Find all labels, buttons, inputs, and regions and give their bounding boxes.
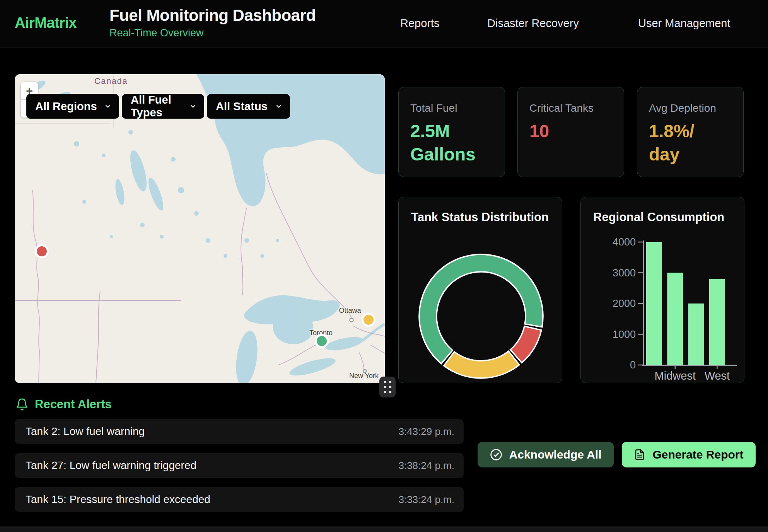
stat-card-critical-tanks: Critical Tanks 10 [517,87,624,177]
recent-alerts-heading: Recent Alerts [15,397,112,411]
map-marker-normal[interactable] [316,335,328,347]
filter-regions-select[interactable]: All Regions [26,94,119,119]
filter-regions-label: All Regions [35,100,97,113]
svg-text:4000: 4000 [613,236,636,248]
filter-status-select[interactable]: All Status [207,94,290,119]
stat-value: 2.5MGallons [410,120,493,166]
bell-icon [15,398,29,411]
nav-reports[interactable]: Reports [400,17,440,30]
map[interactable]: Canada Ottawa Toronto New York + − All R… [15,74,385,383]
stat-label: Total Fuel [410,102,493,114]
bar-region-1 [667,273,683,365]
alert-message: Tank 27: Low fuel warning triggered [26,459,196,472]
alert-timestamp: 3:43:29 p.m. [398,426,454,438]
donut-segment-critical [510,326,541,363]
alert-timestamp: 3:38:24 p.m. [398,460,454,472]
tank-status-donut-chart [399,197,563,384]
bar-region-0 [646,242,662,365]
map-city-dot-new-york [363,370,366,373]
svg-text:Midwest: Midwest [655,370,696,382]
map-marker-critical[interactable] [36,246,48,257]
alert-row[interactable]: Tank 27: Low fuel warning triggered 3:38… [15,453,464,478]
alert-message: Tank 2: Low fuel warning [26,425,145,438]
filter-status-label: All Status [216,100,268,113]
alert-message: Tank 15: Pressure threshold exceeded [26,493,210,506]
stat-value: 10 [529,120,612,143]
acknowledge-all-label: Acknowledge All [509,448,602,461]
stat-label: Critical Tanks [529,102,612,114]
regional-consumption-card: Regional Consumption 01000200030004000Mi… [580,197,744,383]
header: AirMatrix Fuel Monitoring Dashboard Real… [0,0,768,48]
page-bottom-bar [0,527,768,532]
alert-row[interactable]: Tank 2: Low fuel warning 3:43:29 p.m. [15,419,464,444]
svg-text:2000: 2000 [613,298,636,309]
stat-card-avg-depletion: Avg Depletion 1.8%/day [637,87,744,177]
generate-report-button[interactable]: Generate Report [622,442,756,467]
alert-timestamp: 3:33:24 p.m. [398,494,454,506]
svg-text:3000: 3000 [613,267,636,279]
filter-fuel-types-label: All Fuel Types [131,94,184,119]
app-logo: AirMatrix [15,15,77,31]
map-filters: All Regions All Fuel Types All Status [26,94,290,119]
stat-value: 1.8%/day [649,120,732,166]
bar-region-2 [688,304,704,365]
map-label-country: Canada [94,76,128,86]
nav-disaster-recovery[interactable]: Disaster Recovery [487,17,579,30]
svg-text:0: 0 [630,359,636,371]
generate-report-label: Generate Report [652,448,743,461]
tank-status-distribution-card: Tank Status Distribution [398,197,562,383]
filter-fuel-types-select[interactable]: All Fuel Types [122,94,204,119]
chevron-down-icon [104,102,112,110]
stat-label: Avg Depletion [649,102,732,114]
map-city-dot-ottawa [350,319,353,322]
bar-region-3 [709,279,725,365]
alert-row[interactable]: Tank 15: Pressure threshold exceeded 3:3… [15,487,464,512]
fuel-monitoring-dashboard: AirMatrix Fuel Monitoring Dashboard Real… [0,0,768,532]
title-block: Fuel Monitoring Dashboard Real-Time Over… [109,6,316,39]
map-label-ottawa: Ottawa [339,307,361,314]
chevron-down-icon [189,102,197,110]
page-title: Fuel Monitoring Dashboard [109,6,316,25]
svg-text:1000: 1000 [613,329,636,340]
stat-card-total-fuel: Total Fuel 2.5MGallons [398,87,505,177]
nav-user-management[interactable]: User Management [638,17,730,30]
acknowledge-all-button[interactable]: Acknowledge All [478,442,614,467]
regional-consumption-bar-chart: 01000200030004000MidwestWest [581,197,745,384]
recent-alerts-title: Recent Alerts [35,397,112,411]
map-resize-handle[interactable] [379,377,396,397]
report-document-icon [634,449,645,460]
map-canvas: Canada Ottawa Toronto New York [15,74,385,383]
svg-text:West: West [705,370,730,382]
page-subtitle: Real-Time Overview [109,27,316,39]
check-circle-icon [490,448,502,461]
map-marker-warning[interactable] [363,314,375,326]
chevron-down-icon [275,102,283,110]
donut-segment-warning [444,351,519,378]
